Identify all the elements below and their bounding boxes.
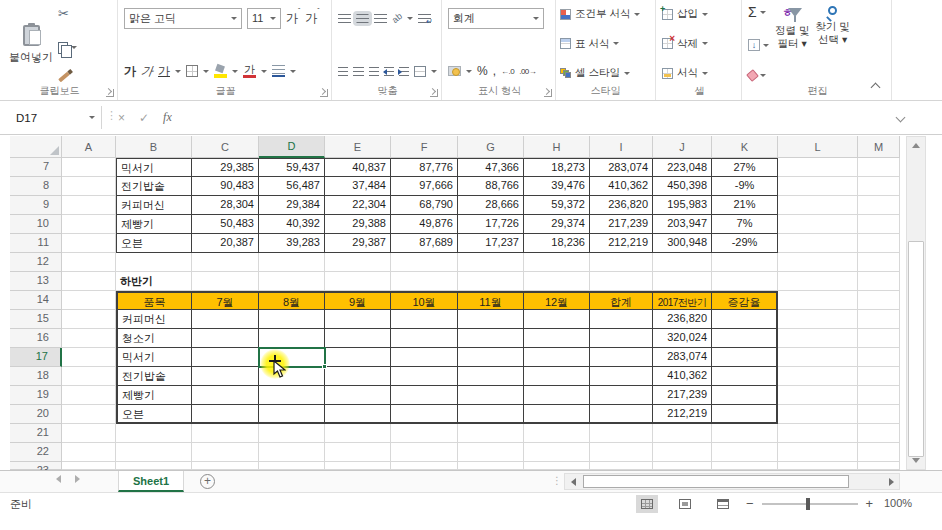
cell-K13[interactable]: [712, 272, 778, 291]
format-as-table-button[interactable]: 표 서식: [560, 37, 651, 51]
cell-H19[interactable]: [524, 386, 590, 405]
cell-A14[interactable]: [62, 291, 116, 310]
cell-D20[interactable]: [259, 405, 325, 424]
cell-E9[interactable]: 22,304: [325, 196, 391, 215]
cell-K17[interactable]: [712, 348, 778, 367]
zoom-in-button[interactable]: +: [866, 496, 874, 511]
cell-I7[interactable]: 283,074: [590, 158, 653, 177]
new-sheet-icon[interactable]: +: [200, 474, 215, 489]
row-header-14[interactable]: 14: [10, 291, 62, 310]
cell-F7[interactable]: 87,776: [391, 158, 458, 177]
cell-K12[interactable]: [712, 253, 778, 272]
cell-K22[interactable]: [712, 443, 778, 462]
cell-J14[interactable]: 2017전반기: [653, 291, 712, 310]
bold-button[interactable]: 가: [124, 63, 136, 80]
grow-font-button[interactable]: 가ˆ: [286, 10, 300, 27]
cell-F18[interactable]: [391, 367, 458, 386]
cell-I9[interactable]: 236,820: [590, 196, 653, 215]
formula-input[interactable]: [180, 106, 880, 129]
cell-F16[interactable]: [391, 329, 458, 348]
cell-K11[interactable]: -29%: [712, 234, 778, 253]
align-left-icon[interactable]: [338, 67, 348, 76]
cell-E17[interactable]: [325, 348, 391, 367]
sheet-tab-sheet1[interactable]: Sheet1: [118, 471, 184, 492]
cell-C17[interactable]: [192, 348, 259, 367]
cell-I12[interactable]: [590, 253, 653, 272]
cell-L10[interactable]: [778, 215, 858, 234]
row-header-17[interactable]: 17: [10, 348, 62, 367]
cell-G19[interactable]: [458, 386, 524, 405]
cell-A13[interactable]: [62, 272, 116, 291]
cell-E21[interactable]: [325, 424, 391, 443]
cell-L12[interactable]: [778, 253, 858, 272]
cell-G20[interactable]: [458, 405, 524, 424]
cell-G22[interactable]: [458, 443, 524, 462]
cell-D12[interactable]: [259, 253, 325, 272]
cell-D10[interactable]: 40,392: [259, 215, 325, 234]
cell-D18[interactable]: [259, 367, 325, 386]
cell-J9[interactable]: 195,983: [653, 196, 712, 215]
cell-D21[interactable]: [259, 424, 325, 443]
cell-C15[interactable]: [192, 310, 259, 329]
cell-M17[interactable]: [858, 348, 900, 367]
cell-C8[interactable]: 90,483: [192, 177, 259, 196]
cell-C12[interactable]: [192, 253, 259, 272]
cell-G12[interactable]: [458, 253, 524, 272]
cell-A23[interactable]: [62, 462, 116, 470]
cell-B8[interactable]: 전기밥솥: [116, 177, 192, 196]
cell-E22[interactable]: [325, 443, 391, 462]
cell-H9[interactable]: 59,372: [524, 196, 590, 215]
cell-C16[interactable]: [192, 329, 259, 348]
align-center-icon[interactable]: [353, 67, 363, 76]
cell-B7[interactable]: 믹서기: [116, 158, 192, 177]
cell-J19[interactable]: 217,239: [653, 386, 712, 405]
cell-I14[interactable]: 합계: [590, 291, 653, 310]
cell-I10[interactable]: 217,239: [590, 215, 653, 234]
column-header-D[interactable]: D: [259, 136, 325, 158]
cell-A15[interactable]: [62, 310, 116, 329]
cell-L17[interactable]: [778, 348, 858, 367]
cell-H17[interactable]: [524, 348, 590, 367]
cell-D23[interactable]: [259, 462, 325, 470]
phonetic-guide-icon[interactable]: [272, 65, 285, 77]
cell-F19[interactable]: [391, 386, 458, 405]
cell-E16[interactable]: [325, 329, 391, 348]
row-header-12[interactable]: 12: [10, 253, 62, 272]
cell-J10[interactable]: 203,947: [653, 215, 712, 234]
cell-styles-button[interactable]: 셀 스타일: [560, 66, 651, 80]
increase-decimal-button[interactable]: ←.0: [501, 67, 514, 76]
number-dialog-launcher[interactable]: [544, 89, 552, 97]
cell-M8[interactable]: [858, 177, 900, 196]
delete-cells-button[interactable]: 삭제: [662, 37, 737, 51]
cell-L8[interactable]: [778, 177, 858, 196]
column-header-A[interactable]: A: [62, 136, 116, 158]
cell-A16[interactable]: [62, 329, 116, 348]
cell-M19[interactable]: [858, 386, 900, 405]
row-header-16[interactable]: 16: [10, 329, 62, 348]
italic-button[interactable]: 가: [140, 63, 154, 80]
cell-H18[interactable]: [524, 367, 590, 386]
cell-J7[interactable]: 223,048: [653, 158, 712, 177]
cell-F22[interactable]: [391, 443, 458, 462]
cell-C19[interactable]: [192, 386, 259, 405]
cell-C20[interactable]: [192, 405, 259, 424]
cell-K19[interactable]: [712, 386, 778, 405]
cancel-icon[interactable]: ×: [118, 111, 125, 125]
cell-J12[interactable]: [653, 253, 712, 272]
cell-E7[interactable]: 40,837: [325, 158, 391, 177]
cell-H20[interactable]: [524, 405, 590, 424]
increase-indent-icon[interactable]: [399, 67, 409, 76]
cell-D15[interactable]: [259, 310, 325, 329]
cell-A8[interactable]: [62, 177, 116, 196]
horizontal-scroll-thumb[interactable]: [583, 475, 849, 488]
cell-M13[interactable]: [858, 272, 900, 291]
sort-filter-button[interactable]: ㅎ 정렬 및 필터 ▾: [775, 6, 809, 83]
column-header-G[interactable]: G: [458, 136, 524, 158]
cell-I19[interactable]: [590, 386, 653, 405]
cell-I18[interactable]: [590, 367, 653, 386]
expand-formula-bar-icon[interactable]: [896, 113, 906, 123]
scroll-up-icon[interactable]: [907, 137, 925, 154]
column-header-I[interactable]: I: [590, 136, 653, 158]
align-bottom-icon[interactable]: [374, 14, 387, 23]
borders-icon[interactable]: [186, 65, 198, 77]
